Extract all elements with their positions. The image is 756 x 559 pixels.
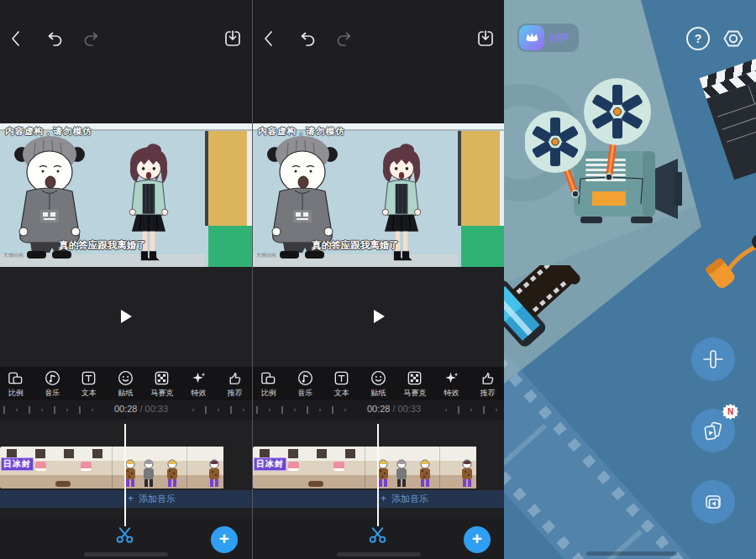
thumbnail-cake (35, 462, 46, 471)
toolbar-item-label: 音乐 (297, 388, 312, 399)
export-button[interactable] (223, 29, 243, 49)
video-watermark: 大懒动画 (3, 252, 24, 259)
toolbar-item-ratio[interactable]: 比例 (0, 367, 35, 400)
time-display: 00:28 / 00:33 (98, 404, 184, 414)
add-music-plus-icon: + (381, 493, 386, 504)
text-icon (80, 369, 97, 387)
thumbnail-character (141, 459, 156, 488)
redo-button[interactable] (333, 29, 354, 49)
export-button[interactable] (475, 29, 496, 49)
toolbar-item-mosaic[interactable]: 马赛克 (396, 367, 434, 400)
projector-illustration (525, 78, 718, 233)
editor-panel: 内容虚构，请勿模仿 大懒动画 真的答应跟我离婚了 比例 音乐 (252, 0, 504, 559)
stock-media-icon (701, 419, 725, 442)
thumbnail-frame-divider (365, 447, 365, 488)
toolbar-item-label: 推荐 (480, 388, 496, 399)
toolbar-item-mosaic[interactable]: 马赛克 (143, 367, 181, 400)
toolbar-item-sticker[interactable]: 贴纸 (107, 367, 145, 400)
add-clip-button[interactable]: + (211, 526, 238, 553)
settings-button[interactable] (721, 26, 746, 51)
sticker-icon (370, 369, 387, 387)
toolbar-item-music[interactable]: 音乐 (34, 367, 72, 400)
add-music-track[interactable]: +添加音乐 (0, 490, 252, 508)
toolbar-item-label: 文本 (81, 388, 97, 399)
playhead (377, 424, 379, 526)
undo-button[interactable] (298, 29, 318, 49)
video-preview: 内容虚构，请勿模仿 大懒动画 真的答应跟我离婚了 (0, 123, 252, 267)
player-area (253, 267, 504, 367)
video-watermark: 大懒动画 (256, 252, 276, 259)
effects-sparkle-icon (443, 369, 460, 387)
editor-panel: 内容虚构，请勿模仿 大懒动画 真的答应跟我离婚了 比例 音乐 (0, 0, 252, 559)
vip-badge[interactable]: VIP (517, 24, 579, 52)
splice-tool-button[interactable] (691, 337, 735, 381)
add-music-label-wrap: +添加音乐 (128, 493, 176, 505)
thumbnail-dog (55, 481, 71, 487)
app-root: 内容虚构，请勿模仿 大懒动画 真的答应跟我离婚了 比例 音乐 (0, 0, 756, 559)
aspect-ratio-icon (7, 369, 24, 387)
split-clip-button[interactable] (114, 524, 135, 545)
clip-title-badge: 日冰封 (1, 457, 34, 471)
split-clip-button[interactable] (367, 524, 388, 545)
editing-toolbar: 比例 音乐 文本 贴纸 (0, 367, 252, 400)
toolbar-item-label: 贴纸 (370, 388, 386, 399)
scissors-icon (114, 524, 135, 545)
toolbar-item-recommend[interactable]: 推荐 (469, 367, 504, 400)
timeline-ruler[interactable]: 00:28 / 00:33 (253, 400, 504, 420)
home-indicator (84, 552, 168, 556)
filmstrip-frame-divider (504, 423, 547, 465)
microphone-illustration (702, 222, 756, 292)
home-panel: VIP ? N (504, 0, 756, 559)
video-clip-track[interactable]: 日冰封 (253, 447, 476, 488)
thumbnail-cake (81, 462, 92, 471)
thumbnail-character (207, 459, 222, 488)
toolbar-item-text[interactable]: 文本 (70, 367, 108, 400)
help-button[interactable]: ? (686, 27, 710, 50)
text-icon (333, 369, 350, 387)
toolbar-item-label: 贴纸 (118, 388, 133, 399)
toolbar-item-label: 文本 (334, 388, 349, 399)
toolbar-item-music[interactable]: 音乐 (286, 367, 325, 400)
toolbar-item-effects[interactable]: 特效 (433, 367, 471, 400)
timeline-area: 日冰封 +添加音乐 (0, 420, 252, 516)
music-icon (44, 369, 61, 387)
toolbar-item-label: 比例 (8, 388, 24, 399)
thumbnail-character (165, 459, 180, 488)
album-templates-icon (701, 490, 725, 514)
play-button[interactable] (121, 310, 132, 323)
redo-button[interactable] (81, 29, 101, 49)
toolbar-item-recommend[interactable]: 推荐 (216, 367, 252, 400)
toolbar-item-label: 比例 (261, 388, 276, 399)
toolbar-item-label: 马赛克 (403, 388, 426, 399)
thumbnail-cake (333, 462, 344, 471)
current-time: 00:28 (114, 404, 138, 414)
back-chevron-icon (260, 29, 280, 49)
play-button[interactable] (374, 310, 385, 323)
redo-icon (81, 29, 101, 49)
video-clip-track[interactable]: 日冰封 (0, 447, 223, 488)
toolbar-item-effects[interactable]: 特效 (180, 367, 218, 400)
player-area (0, 267, 252, 367)
album-templates-button[interactable] (691, 480, 735, 524)
thumbnail-frame-divider (186, 447, 187, 488)
add-clip-button[interactable]: + (464, 526, 491, 553)
toolbar-item-text[interactable]: 文本 (323, 367, 361, 400)
thumbnail-character (394, 459, 409, 488)
toolbar-item-sticker[interactable]: 贴纸 (360, 367, 398, 400)
undo-button[interactable] (45, 29, 66, 49)
editor-topbar (253, 0, 504, 123)
export-download-icon (475, 29, 496, 49)
help-glyph: ? (695, 32, 702, 45)
toolbar-item-ratio[interactable]: 比例 (252, 367, 288, 400)
aspect-ratio-icon (260, 369, 277, 387)
video-subtitle: 真的答应跟我离婚了 (0, 239, 205, 252)
back-button[interactable] (7, 29, 27, 49)
film-roll-illustration (504, 265, 601, 366)
video-preview: 内容虚构，请勿模仿 大懒动画 真的答应跟我离婚了 (253, 123, 504, 267)
redo-icon (333, 29, 354, 49)
timeline-ruler[interactable]: 00:28 / 00:33 (0, 400, 252, 420)
time-separator: / (390, 404, 397, 414)
video-disclaimer-text: 内容虚构，请勿模仿 (5, 126, 92, 138)
mosaic-icon (406, 369, 423, 387)
back-button[interactable] (260, 29, 280, 49)
